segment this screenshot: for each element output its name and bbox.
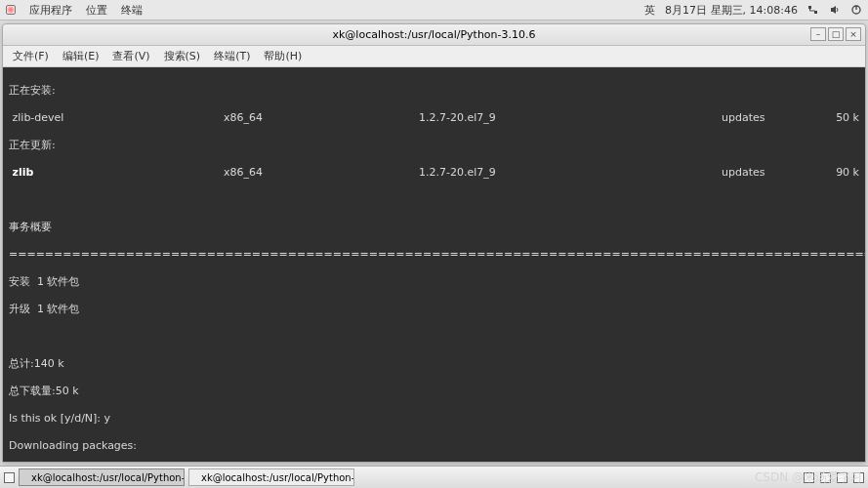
line: Is this ok [y/d/N]: y — [9, 412, 859, 426]
desktop-topbar: 应用程序 位置 终端 英 8月17日 星期三, 14:08:46 — [0, 0, 868, 20]
menu-terminal-m[interactable]: 终端(T) — [208, 47, 256, 65]
menu-search[interactable]: 搜索(S) — [158, 47, 207, 65]
line: 安装 1 软件包 — [9, 275, 859, 289]
taskbar-item[interactable]: xk@localhost:/usr/local/Python-3.1... — [19, 468, 185, 486]
pkg-row: zlib-develx86_641.2.7-20.el7_9updates50 … — [9, 111, 859, 125]
line: 正在更新: — [9, 139, 859, 152]
menu-view[interactable]: 查看(V) — [106, 47, 155, 65]
svg-rect-0 — [808, 6, 811, 9]
menu-edit[interactable]: 编辑(E) — [57, 47, 105, 65]
workspace-switcher[interactable] — [837, 472, 847, 483]
menu-applications[interactable]: 应用程序 — [29, 3, 72, 18]
show-desktop-button[interactable] — [4, 472, 15, 483]
window-title: xk@localhost:/usr/local/Python-3.10.6 — [332, 28, 535, 41]
line: 升级 1 软件包 — [9, 303, 859, 316]
pkg-row: zlibx86_641.2.7-20.el7_9updates90 k — [9, 166, 859, 180]
tray-icon[interactable] — [820, 472, 831, 483]
line — [9, 193, 859, 207]
menu-file[interactable]: 文件(F) — [7, 47, 55, 65]
menu-places[interactable]: 位置 — [86, 3, 107, 18]
menu-terminal[interactable]: 终端 — [121, 3, 143, 18]
line — [9, 330, 859, 344]
terminal-output[interactable]: 正在安装: zlib-develx86_641.2.7-20.el7_9upda… — [3, 67, 865, 462]
window-titlebar[interactable]: xk@localhost:/usr/local/Python-3.10.6 – … — [3, 24, 865, 46]
workspace-switcher[interactable] — [853, 472, 864, 483]
line: 总下载量:50 k — [9, 385, 859, 398]
network-icon[interactable] — [807, 4, 819, 16]
clock[interactable]: 8月17日 星期三, 14:08:46 — [665, 3, 798, 18]
terminal-window: xk@localhost:/usr/local/Python-3.10.6 – … — [2, 23, 866, 463]
volume-icon[interactable] — [829, 4, 841, 16]
close-button[interactable]: × — [846, 27, 861, 41]
line: 事务概要 — [9, 221, 859, 234]
taskbar-item[interactable]: xk@localhost:/usr/local/Python-3.1... — [188, 468, 354, 486]
tray-icon[interactable] — [804, 472, 814, 483]
maximize-button[interactable]: □ — [828, 27, 844, 41]
line: 总计:140 k — [9, 357, 859, 371]
line: Downloading packages: — [9, 439, 859, 453]
taskbar: xk@localhost:/usr/local/Python-3.1... xk… — [0, 466, 868, 488]
line: 正在安装: — [9, 84, 859, 98]
distro-logo-icon — [6, 5, 16, 15]
divider-line: ========================================… — [9, 248, 859, 262]
ime-indicator[interactable]: 英 — [644, 3, 655, 18]
minimize-button[interactable]: – — [810, 27, 826, 41]
menubar: 文件(F) 编辑(E) 查看(V) 搜索(S) 终端(T) 帮助(H) — [3, 46, 865, 67]
menu-help[interactable]: 帮助(H) — [258, 47, 308, 65]
power-icon[interactable] — [850, 4, 862, 16]
